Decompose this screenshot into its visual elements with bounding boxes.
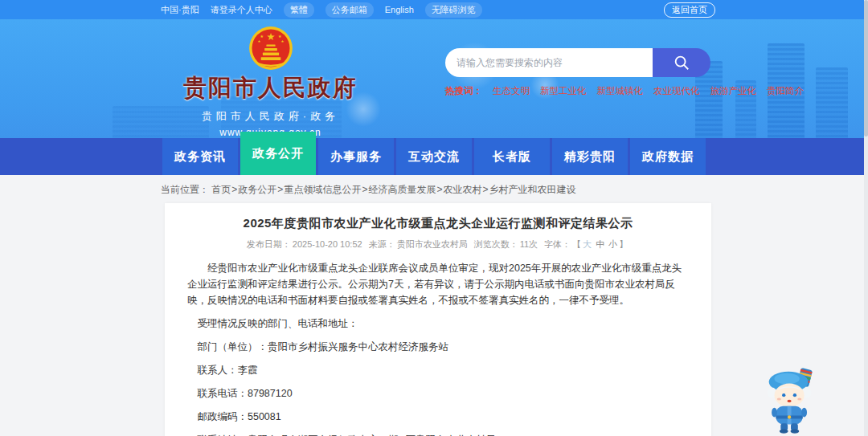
svg-text:★: ★ — [260, 34, 264, 39]
nav-item-government-disclosure[interactable]: 政务公开 — [240, 132, 316, 175]
breadcrumb-home[interactable]: 首页 — [211, 184, 231, 195]
publish-date: 2025-10-20 10:52 — [293, 239, 362, 249]
nav-item-services[interactable]: 办事服务 — [318, 138, 394, 175]
breadcrumb-rural-industry[interactable]: 乡村产业和农田建设 — [489, 184, 575, 195]
search-input[interactable] — [445, 48, 653, 77]
svg-text:★: ★ — [280, 39, 284, 43]
article-meta: 发布日期：2025-10-20 10:52来源：贵阳市农业农村局浏览次数：11次… — [187, 238, 689, 251]
hot-search-row: 热搜词： 生态文明 新型工业化 新型城镇化 农业现代化 旅游产业化 贵阳简介 — [445, 85, 710, 97]
font-size-bracket: 】 — [619, 239, 628, 249]
views-label: 浏览次数： — [474, 239, 518, 249]
topbar-link-accessibility[interactable]: 无障碍浏览 — [425, 2, 482, 18]
font-size-medium-button[interactable]: 中 — [596, 239, 604, 249]
breadcrumb-agriculture[interactable]: 农业农村 — [443, 184, 481, 195]
source-label: 来源： — [369, 239, 395, 249]
site-title: 贵阳市人民政府 — [183, 72, 358, 104]
search-icon — [673, 54, 690, 71]
article-line-phone: 联系电话：87987120 — [187, 385, 689, 401]
nav-item-government-news[interactable]: 政务资讯 — [162, 138, 238, 175]
search-area: 热搜词： 生态文明 新型工业化 新型城镇化 农业现代化 旅游产业化 贵阳简介 — [445, 48, 710, 138]
breadcrumb-separator: > — [231, 184, 237, 195]
svg-text:★: ★ — [266, 31, 275, 43]
article-line-acceptance: 受理情况反映的部门、电话和地址： — [187, 316, 689, 332]
article-line-contact-person: 联系人：李霞 — [187, 362, 689, 378]
article-paragraph-intro: 经贵阳市农业产业化市级重点龙头企业联席会议成员单位审定，现对2025年开展的农业… — [187, 260, 689, 308]
article-line-address: 联系地址：贵阳市观山湖区市级行政中心二期C区贵阳市农业农村局 — [187, 432, 689, 436]
article-card: 2025年度贵阳市农业产业化市级重点龙头企业运行监测和评定结果公示 发布日期：2… — [165, 203, 711, 436]
font-size-large-button[interactable]: 大 — [583, 239, 592, 249]
source-value: 贵阳市农业农村局 — [397, 239, 468, 249]
font-size-small-button[interactable]: 小 — [608, 239, 617, 249]
views-value: 11次 — [520, 239, 538, 249]
breadcrumb-economy[interactable]: 经济高质量发展 — [368, 184, 436, 195]
hot-term-agriculture[interactable]: 农业现代化 — [653, 85, 700, 97]
font-size-bracket: 【 — [572, 239, 581, 249]
main-nav: 政务资讯 政务公开 办事服务 互动交流 长者版 精彩贵阳 政府数据 — [0, 138, 868, 175]
scrollbar-thumb[interactable] — [864, 0, 868, 137]
topbar-link-traditional-chinese[interactable]: 繁體 — [284, 2, 314, 18]
site-subtitle: 贵阳市人民政府·政务 — [202, 109, 339, 124]
nav-item-wonderful-guiyang[interactable]: 精彩贵阳 — [552, 138, 628, 175]
article-line-department: 部门（单位）：贵阳市乡村振兴服务中心农村经济服务站 — [187, 339, 689, 355]
topbar-link-official-mail[interactable]: 公务邮箱 — [326, 2, 374, 18]
nav-item-interaction[interactable]: 互动交流 — [396, 138, 472, 175]
font-size-label: 字体： — [544, 239, 571, 249]
svg-text:★: ★ — [277, 34, 281, 39]
return-home-button[interactable]: 返回首页 — [664, 2, 715, 18]
search-button[interactable] — [653, 48, 710, 77]
breadcrumb-separator: > — [436, 184, 442, 195]
hot-search-label: 热搜词： — [445, 85, 482, 97]
svg-text:★: ★ — [257, 39, 260, 43]
site-brand[interactable]: ★ ★ ★ ★ ★ 贵阳市人民政府 贵阳市人民政府·政务 www.guiyang… — [183, 19, 358, 138]
topbar-link-china-guiyang[interactable]: 中国·贵阳 — [161, 4, 199, 16]
hot-term-industry[interactable]: 新型工业化 — [540, 85, 587, 97]
breadcrumb-key-info[interactable]: 重点领域信息公开 — [284, 184, 361, 195]
site-header: ★ ★ ★ ★ ★ 贵阳市人民政府 贵阳市人民政府·政务 www.guiyang… — [0, 19, 868, 138]
hot-term-urbanization[interactable]: 新型城镇化 — [597, 85, 644, 97]
hot-term-tourism[interactable]: 旅游产业化 — [710, 85, 757, 97]
hot-term-ecology[interactable]: 生态文明 — [493, 85, 530, 97]
topbar: 中国·贵阳 请登录个人中心 繁體 公务邮箱 English 无障碍浏览 返回首页 — [0, 0, 868, 19]
topbar-link-login-personal-center[interactable]: 请登录个人中心 — [211, 4, 272, 16]
breadcrumb-gov-disclosure[interactable]: 政务公开 — [238, 184, 276, 195]
publish-date-label: 发布日期： — [247, 239, 291, 249]
national-emblem-icon: ★ ★ ★ ★ ★ — [248, 26, 293, 71]
breadcrumb-label: 当前位置： — [161, 184, 209, 195]
hot-term-guiyang-intro[interactable]: 贵阳简介 — [767, 85, 804, 97]
mascot-assistant[interactable] — [765, 367, 818, 434]
topbar-link-english[interactable]: English — [385, 5, 414, 14]
nav-item-government-data[interactable]: 政府数据 — [630, 138, 706, 175]
article-line-postcode: 邮政编码：550081 — [187, 409, 689, 425]
nav-item-senior-version[interactable]: 长者版 — [474, 138, 550, 175]
breadcrumb-separator: > — [482, 184, 488, 195]
article-title: 2025年度贵阳市农业产业化市级重点龙头企业运行监测和评定结果公示 — [187, 216, 689, 231]
cityscape-building — [816, 67, 848, 138]
scrollbar[interactable] — [864, 0, 868, 436]
breadcrumb-separator: > — [277, 184, 283, 195]
breadcrumb: 当前位置： 首页>政务公开>重点领域信息公开>经济高质量发展>农业农村>乡村产业… — [0, 175, 868, 203]
breadcrumb-separator: > — [362, 184, 367, 195]
